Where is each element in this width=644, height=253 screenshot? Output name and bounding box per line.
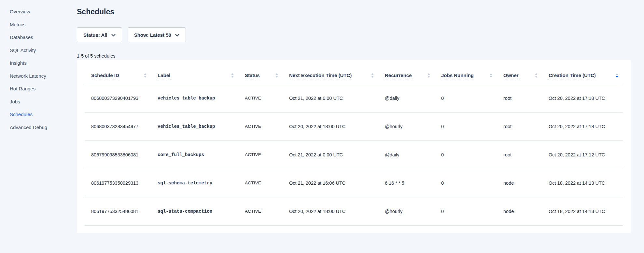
show-filter-label: Show: Latest 50 [134,32,171,38]
sidebar-item-metrics[interactable]: Metrics [10,21,77,28]
schedules-table: Schedule ID Label Status Next Execution … [85,60,623,226]
cell-status: ACTIVE [238,197,283,225]
cell-owner: root [497,140,542,169]
cell-next-execution: Oct 20, 2022 at 18:00 UTC [283,112,378,140]
cell-next-execution: Oct 20, 2022 at 18:00 UTC [283,197,378,225]
sort-icon [275,73,278,78]
cell-recurrence: @daily [378,84,435,112]
cell-schedule-id: 806800373283454977 [85,112,151,140]
cell-jobs-running: 0 [435,197,497,225]
column-label: Label [158,73,170,80]
column-header-label[interactable]: Label [151,60,238,84]
table-row: 806800373283454977 vehicles_table_backup… [85,112,623,140]
sort-icon [144,73,147,78]
sidebar-item-advanced-debug[interactable]: Advanced Debug [10,124,77,131]
cell-next-execution: Oct 21, 2022 at 0:00 UTC [283,84,378,112]
chevron-down-icon [111,32,116,38]
cell-next-execution: Oct 21, 2022 at 0:00 UTC [283,140,378,169]
sort-icon-active-desc [616,73,618,78]
cell-label: vehicles_table_backup [151,84,238,112]
cell-status: ACTIVE [238,112,283,140]
show-filter-dropdown[interactable]: Show: Latest 50 [128,27,186,42]
sidebar-item-schedules[interactable]: Schedules [10,111,77,118]
table-header-row: Schedule ID Label Status Next Execution … [85,60,623,84]
cell-label: core_full_backups [151,140,238,169]
column-label: Owner [503,73,519,80]
cell-creation-time: Oct 18, 2022 at 14:13 UTC [542,197,623,225]
sidebar: Overview Metrics Databases SQL Activity … [0,0,77,253]
cell-recurrence: 6 16 * * 5 [378,169,435,197]
chevron-down-icon [175,32,179,38]
column-header-next-execution-time[interactable]: Next Execution Time (UTC) [283,60,378,84]
cell-schedule-id: 806197753350029313 [85,169,151,197]
table-row: 806799098533806081 core_full_backups ACT… [85,140,623,169]
sidebar-item-hot-ranges[interactable]: Hot Ranges [10,86,77,92]
cell-next-execution: Oct 21, 2022 at 16:06 UTC [283,169,378,197]
cell-creation-time: Oct 18, 2022 at 14:13 UTC [542,169,623,197]
sidebar-item-jobs[interactable]: Jobs [10,99,77,105]
cell-recurrence: @hourly [378,197,435,225]
column-label: Recurrence [385,73,412,80]
table-row: 806197753325486081 sql-stats-compaction … [85,197,623,225]
cell-recurrence: @hourly [378,112,435,140]
sort-icon [231,73,234,78]
filter-bar: Status: All Show: Latest 50 [77,27,631,42]
cell-owner: root [497,112,542,140]
cell-status: ACTIVE [238,84,283,112]
sidebar-item-databases[interactable]: Databases [10,34,77,41]
cell-owner: root [497,84,542,112]
status-filter-label: Status: All [83,32,107,38]
cell-schedule-id: 806800373290401793 [85,84,151,112]
column-header-schedule-id[interactable]: Schedule ID [85,60,151,84]
cell-label: sql-schema-telemetry [151,169,238,197]
cell-schedule-id: 806799098533806081 [85,140,151,169]
cell-label: sql-stats-compaction [151,197,238,225]
page-title: Schedules [77,7,631,16]
column-header-status[interactable]: Status [238,60,283,84]
results-count: 1-5 of 5 schedules [77,53,631,59]
column-header-jobs-running[interactable]: Jobs Running [435,60,497,84]
column-header-owner[interactable]: Owner [497,60,542,84]
cell-status: ACTIVE [238,169,283,197]
sort-icon [427,73,430,78]
cell-owner: node [497,197,542,225]
cell-recurrence: @daily [378,140,435,169]
sort-icon [490,73,492,78]
schedules-table-card: Schedule ID Label Status Next Execution … [77,60,631,233]
sort-icon [535,73,538,78]
column-label: Jobs Running [441,73,474,80]
cell-owner: node [497,169,542,197]
sidebar-item-sql-activity[interactable]: SQL Activity [10,47,77,54]
cell-jobs-running: 0 [435,112,497,140]
cell-jobs-running: 0 [435,140,497,169]
cell-label: vehicles_table_backup [151,112,238,140]
cell-jobs-running: 0 [435,169,497,197]
main-content: Schedules Status: All Show: Latest 50 1-… [77,0,631,233]
column-header-creation-time[interactable]: Creation Time (UTC) [542,60,623,84]
column-label: Schedule ID [91,73,119,80]
sidebar-item-overview[interactable]: Overview [10,8,77,15]
column-header-recurrence[interactable]: Recurrence [378,60,435,84]
sidebar-item-network-latency[interactable]: Network Latency [10,73,77,79]
cell-jobs-running: 0 [435,84,497,112]
table-row: 806197753350029313 sql-schema-telemetry … [85,169,623,197]
sort-icon [371,73,374,78]
sidebar-nav: Overview Metrics Databases SQL Activity … [10,8,77,131]
cell-status: ACTIVE [238,140,283,169]
cell-creation-time: Oct 20, 2022 at 17:18 UTC [542,84,623,112]
column-label: Creation Time (UTC) [549,73,596,80]
cell-schedule-id: 806197753325486081 [85,197,151,225]
sidebar-item-insights[interactable]: Insights [10,60,77,66]
column-label: Status [245,73,260,80]
cell-creation-time: Oct 20, 2022 at 17:12 UTC [542,140,623,169]
cell-creation-time: Oct 20, 2022 at 17:18 UTC [542,112,623,140]
column-label: Next Execution Time (UTC) [289,73,352,80]
status-filter-dropdown[interactable]: Status: All [77,27,122,42]
table-row: 806800373290401793 vehicles_table_backup… [85,84,623,112]
